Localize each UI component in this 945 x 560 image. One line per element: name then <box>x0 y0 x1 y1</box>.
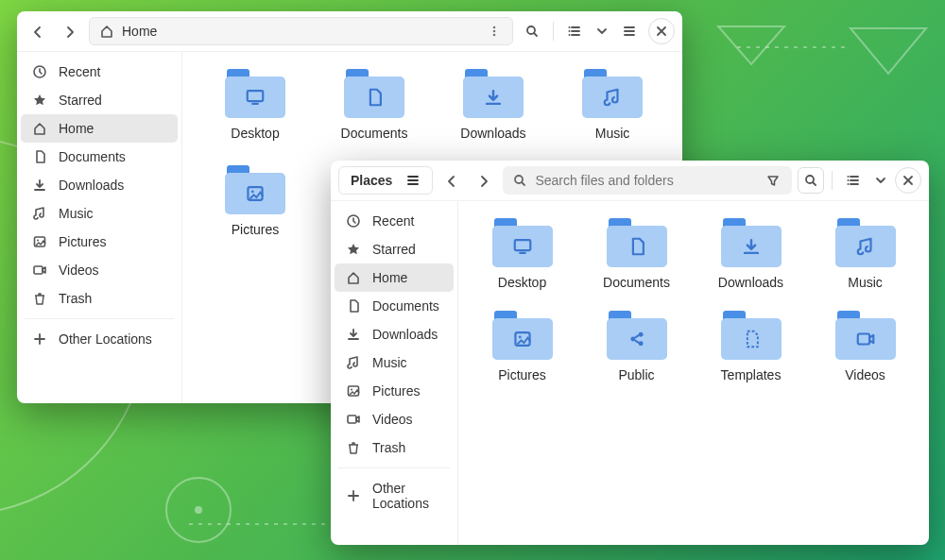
folder-desktop[interactable]: Desktop <box>470 218 575 290</box>
sidebar-item-recent[interactable]: Recent <box>21 58 178 86</box>
folder-label: Documents <box>603 275 670 290</box>
view-options-dropdown[interactable] <box>593 18 610 44</box>
close-window-button[interactable] <box>648 18 675 44</box>
folder-icon <box>721 218 782 267</box>
sidebar-item-label: Videos <box>372 412 413 427</box>
sidebar-item-label: Home <box>59 121 94 136</box>
sidebar-item-other-locations[interactable]: Other Locations <box>335 474 454 518</box>
folder-label: Downloads <box>460 126 525 141</box>
sidebar-item-videos[interactable]: Videos <box>21 256 178 284</box>
trash-icon <box>32 291 47 306</box>
folder-music[interactable]: Music <box>813 218 918 290</box>
close-window-button[interactable] <box>895 167 921 194</box>
folder-icon <box>582 69 643 118</box>
folder-pictures[interactable]: Pictures <box>199 165 311 237</box>
folder-label: Pictures <box>232 222 280 237</box>
folder-icon <box>492 311 553 360</box>
path-menu-button[interactable] <box>486 24 503 39</box>
home-icon <box>99 24 114 39</box>
folder-documents[interactable]: Documents <box>318 69 430 141</box>
search-bar[interactable] <box>503 166 792 195</box>
folder-desktop[interactable]: Desktop <box>199 69 311 141</box>
sidebar: RecentStarredHomeDocumentsDownloadsMusic… <box>331 201 458 545</box>
folder-music[interactable]: Music <box>557 69 668 141</box>
folder-label: Videos <box>845 367 885 382</box>
folder-downloads[interactable]: Downloads <box>438 69 549 141</box>
folder-icon <box>344 69 404 118</box>
home-icon <box>32 121 47 136</box>
view-list-button[interactable] <box>561 18 588 44</box>
view-options-dropdown[interactable] <box>872 167 889 194</box>
folder-label: Pictures <box>498 367 546 382</box>
sidebar-item-home[interactable]: Home <box>335 263 454 292</box>
sidebar-item-home[interactable]: Home <box>21 114 178 143</box>
sidebar-item-pictures[interactable]: Pictures <box>21 228 178 256</box>
sidebar-item-videos[interactable]: Videos <box>335 405 454 433</box>
sidebar-item-label: Recent <box>59 64 100 79</box>
sidebar-item-trash[interactable]: Trash <box>335 433 454 462</box>
sidebar-item-label: Music <box>372 355 407 370</box>
sidebar-item-label: Pictures <box>372 383 421 399</box>
sidebar-item-pictures[interactable]: Pictures <box>335 377 454 405</box>
clock-icon <box>32 64 47 79</box>
back-button[interactable] <box>438 167 465 194</box>
download-icon <box>346 327 361 342</box>
sidebar-item-label: Videos <box>59 263 99 278</box>
folder-label: Downloads <box>718 275 783 290</box>
main-menu-button[interactable] <box>616 18 643 44</box>
folder-documents[interactable]: Documents <box>584 218 689 290</box>
folder-label: Desktop <box>231 126 279 141</box>
folder-icon <box>607 218 667 267</box>
path-bar[interactable]: Home <box>89 17 513 45</box>
folder-label: Desktop <box>498 275 546 290</box>
folder-icon <box>721 311 782 360</box>
sidebar-item-starred[interactable]: Starred <box>335 235 454 263</box>
sidebar-item-music[interactable]: Music <box>21 199 178 228</box>
folder-downloads[interactable]: Downloads <box>698 218 803 290</box>
music-icon <box>32 206 47 221</box>
folder-label: Music <box>595 126 630 141</box>
folder-label: Public <box>618 367 654 382</box>
clock-icon <box>346 213 361 229</box>
folder-icon <box>835 311 896 360</box>
sidebar-item-trash[interactable]: Trash <box>21 284 178 313</box>
sidebar-item-other-locations[interactable]: Other Locations <box>21 325 178 353</box>
view-list-button[interactable] <box>840 167 867 194</box>
path-label: Home <box>122 24 157 39</box>
back-button[interactable] <box>25 18 51 44</box>
search-button[interactable] <box>798 167 824 194</box>
folder-videos[interactable]: Videos <box>813 311 918 382</box>
sidebar-item-music[interactable]: Music <box>335 348 454 377</box>
file-manager-window-2: Places RecentStarredHomeDocumentsDownloa… <box>331 161 929 545</box>
folder-public[interactable]: Public <box>584 311 689 382</box>
sidebar-item-label: Documents <box>372 298 439 314</box>
sidebar-item-label: Documents <box>59 149 126 164</box>
sidebar-item-label: Trash <box>59 291 92 306</box>
hamburger-icon <box>405 173 421 188</box>
sidebar-item-documents[interactable]: Documents <box>335 292 454 320</box>
sidebar-item-label: Starred <box>372 242 416 257</box>
search-button[interactable] <box>519 18 545 44</box>
sidebar-item-label: Home <box>372 270 407 285</box>
forward-button[interactable] <box>471 167 497 194</box>
sidebar-item-documents[interactable]: Documents <box>21 143 178 171</box>
sidebar-item-starred[interactable]: Starred <box>21 86 178 114</box>
folder-icon <box>607 311 667 360</box>
headerbar: Places <box>331 161 929 201</box>
doc-icon <box>346 298 361 314</box>
places-bar[interactable]: Places <box>338 166 433 195</box>
image-icon <box>346 383 361 399</box>
sidebar-item-recent[interactable]: Recent <box>335 207 454 235</box>
star-icon <box>32 93 47 108</box>
forward-button[interactable] <box>57 18 83 44</box>
folder-templates[interactable]: Templates <box>698 311 803 382</box>
folder-pictures[interactable]: Pictures <box>470 311 575 382</box>
folder-icon <box>463 69 524 118</box>
sidebar-item-downloads[interactable]: Downloads <box>335 320 454 348</box>
search-input[interactable] <box>535 173 756 188</box>
sidebar-item-downloads[interactable]: Downloads <box>21 171 178 199</box>
filter-button[interactable] <box>764 167 782 194</box>
folder-view[interactable]: DesktopDocumentsDownloadsMusicPicturesPu… <box>458 201 929 545</box>
folder-icon <box>225 165 285 214</box>
sidebar-item-label: Trash <box>372 440 405 455</box>
